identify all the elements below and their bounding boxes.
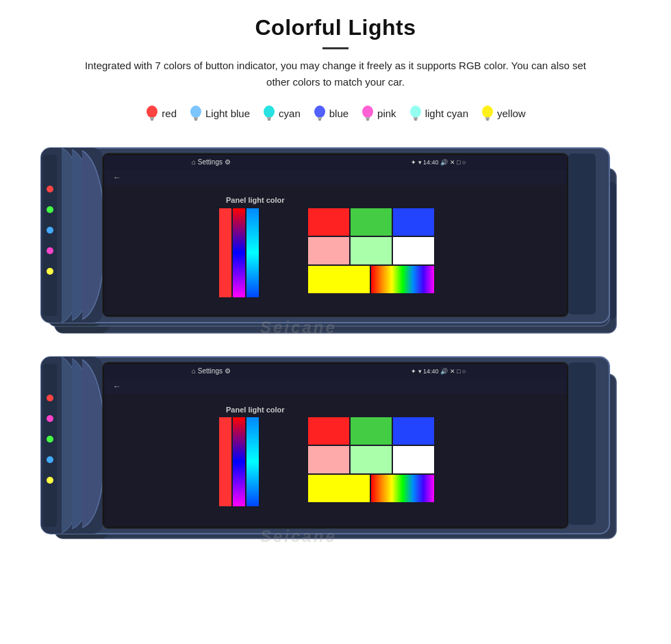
svg-point-76: [47, 436, 53, 443]
svg-rect-58: [308, 266, 370, 293]
svg-rect-96: [308, 475, 370, 502]
svg-rect-35: [43, 155, 57, 316]
svg-rect-17: [414, 119, 417, 121]
color-label-lightcyan: light cyan: [425, 108, 468, 119]
svg-rect-52: [308, 208, 349, 236]
svg-rect-55: [308, 237, 349, 264]
svg-rect-53: [351, 208, 392, 236]
svg-rect-87: [219, 417, 231, 506]
svg-rect-83: [104, 379, 567, 394]
svg-rect-20: [486, 119, 489, 121]
device-group-1: ⌂ Settings ⚙ ✦ ▾ 14:40 🔊 ✕ □ ○ ← Panel l…: [0, 134, 671, 354]
svg-point-75: [47, 415, 53, 422]
svg-rect-92: [393, 417, 434, 445]
svg-rect-56: [351, 237, 392, 264]
svg-text:Panel light color: Panel light color: [226, 196, 285, 204]
svg-point-12: [362, 106, 373, 118]
description: Integrated with 7 colors of button indic…: [75, 58, 596, 90]
svg-rect-93: [308, 446, 349, 473]
svg-text:Seicane: Seicane: [260, 318, 337, 336]
svg-rect-7: [267, 117, 271, 119]
svg-rect-49: [219, 208, 231, 297]
color-row: red Light blue cyan: [0, 104, 671, 122]
svg-point-36: [47, 186, 53, 193]
bulb-icon-red: [145, 104, 159, 122]
svg-rect-51: [246, 208, 259, 297]
device-group-2: ⌂ Settings ⚙ ✦ ▾ 14:40 🔊 ✕ □ ○ ← Panel l…: [0, 347, 671, 559]
svg-rect-57: [393, 237, 434, 264]
svg-text:←: ←: [113, 382, 121, 391]
svg-rect-11: [318, 119, 321, 121]
svg-rect-5: [194, 119, 197, 121]
bulb-icon-blue: [313, 104, 327, 122]
svg-point-15: [410, 106, 421, 118]
svg-rect-45: [104, 170, 567, 185]
svg-text:⌂  Settings  ⚙: ⌂ Settings ⚙: [192, 367, 231, 375]
svg-point-39: [47, 247, 53, 254]
svg-point-6: [264, 106, 275, 118]
device-svg-2: ⌂ Settings ⚙ ✦ ▾ 14:40 🔊 ✕ □ ○ ← Panel l…: [0, 347, 671, 559]
svg-point-77: [47, 456, 53, 463]
color-item-yellow: yellow: [481, 104, 526, 122]
svg-point-3: [190, 106, 201, 118]
svg-rect-97: [371, 475, 434, 502]
svg-rect-50: [233, 208, 245, 297]
svg-rect-4: [194, 117, 198, 119]
color-label-blue: blue: [329, 108, 349, 119]
svg-point-38: [47, 227, 53, 234]
svg-rect-10: [318, 117, 322, 119]
svg-rect-13: [366, 117, 370, 119]
svg-rect-91: [351, 417, 392, 445]
svg-point-0: [147, 106, 157, 118]
bulb-icon-lightcyan: [409, 104, 422, 122]
svg-rect-73: [43, 364, 57, 527]
svg-text:←: ←: [113, 173, 121, 182]
svg-point-37: [47, 206, 53, 213]
color-item-cyan: cyan: [262, 104, 301, 122]
svg-point-9: [314, 106, 325, 118]
svg-rect-95: [393, 446, 434, 473]
svg-rect-80: [104, 364, 567, 379]
color-label-cyan: cyan: [279, 108, 301, 119]
bulb-icon-lightblue: [189, 104, 203, 122]
svg-rect-2: [151, 119, 153, 121]
page-container: { "header": { "title": "Colorful Lights"…: [0, 0, 671, 644]
svg-rect-88: [233, 417, 245, 506]
svg-text:Seicane: Seicane: [260, 527, 337, 545]
svg-text:✦ ▾ 14:40  🔊  ✕  □  ○: ✦ ▾ 14:40 🔊 ✕ □ ○: [411, 367, 466, 375]
svg-rect-89: [246, 417, 259, 506]
svg-rect-42: [104, 155, 567, 170]
svg-point-78: [47, 477, 53, 484]
color-item-pink: pink: [361, 104, 396, 122]
svg-rect-19: [485, 117, 490, 119]
title-divider: [322, 47, 349, 49]
color-item-blue: blue: [313, 104, 349, 122]
svg-text:⌂  Settings  ⚙: ⌂ Settings ⚙: [192, 158, 231, 166]
color-label-pink: pink: [377, 108, 396, 119]
color-label-red: red: [162, 108, 177, 119]
bulb-icon-pink: [361, 104, 375, 122]
svg-point-40: [47, 268, 53, 275]
svg-point-74: [47, 395, 53, 401]
svg-rect-1: [150, 117, 154, 119]
color-label-lightblue: Light blue: [205, 108, 250, 119]
color-item-lightblue: Light blue: [189, 104, 250, 122]
svg-text:Panel light color: Panel light color: [226, 406, 285, 414]
svg-text:✦ ▾ 14:40  🔊  ✕  □  ○: ✦ ▾ 14:40 🔊 ✕ □ ○: [411, 158, 466, 166]
header: Colorful Lights Integrated with 7 colors…: [0, 0, 671, 104]
svg-point-18: [482, 106, 493, 118]
svg-rect-54: [393, 208, 434, 236]
device-svg-1: ⌂ Settings ⚙ ✦ ▾ 14:40 🔊 ✕ □ ○ ← Panel l…: [0, 134, 671, 354]
svg-rect-8: [268, 119, 270, 121]
color-item-lightcyan: light cyan: [409, 104, 468, 122]
page-title: Colorful Lights: [0, 15, 671, 40]
svg-rect-94: [351, 446, 392, 473]
svg-rect-60: [568, 153, 596, 314]
color-label-yellow: yellow: [497, 108, 526, 119]
svg-rect-16: [414, 117, 418, 119]
bulb-icon-cyan: [262, 104, 276, 122]
color-item-red: red: [145, 104, 177, 122]
svg-rect-98: [568, 362, 596, 525]
svg-rect-59: [371, 266, 434, 293]
svg-rect-90: [308, 417, 349, 445]
